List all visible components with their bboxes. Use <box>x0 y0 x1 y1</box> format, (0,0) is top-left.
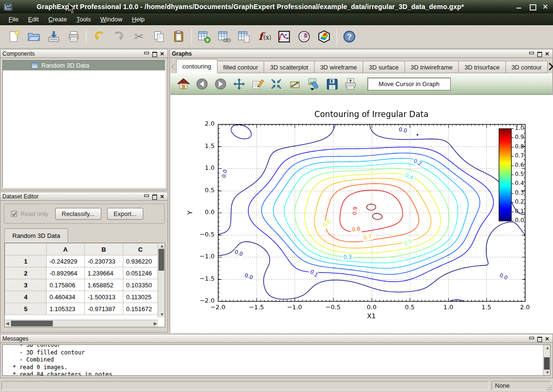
table-row[interactable]: 1-0.242929-0.2307330.936220 <box>5 255 158 267</box>
table-cell[interactable]: 0.103350 <box>123 279 158 291</box>
new-dataset-icon[interactable] <box>194 27 214 46</box>
new-graph-icon[interactable] <box>274 27 294 46</box>
style-picker-icon[interactable] <box>306 77 320 91</box>
table-cell[interactable]: -1.500313 <box>85 291 123 303</box>
new-file-icon[interactable] <box>4 27 24 46</box>
graph-tab-3d-triwireframe[interactable]: 3D triwireframe <box>405 61 459 73</box>
reclassify-button[interactable]: Reclassify... <box>55 208 101 220</box>
graph-tab-3d-scatterplot[interactable]: 3D scatterplot <box>264 61 314 73</box>
table-cell[interactable]: 1.658852 <box>85 279 123 291</box>
undo-icon[interactable] <box>89 27 109 46</box>
scrollbar-thumb[interactable] <box>158 249 164 271</box>
table-row[interactable]: 2-0.8929641.2396640.051246 <box>5 267 158 279</box>
tab-scroll-right-icon[interactable] <box>548 60 553 73</box>
open-file-icon[interactable] <box>24 27 44 46</box>
graph-tab-3d-contour[interactable]: 3D contour <box>506 61 548 73</box>
help-icon[interactable]: ? <box>339 27 359 46</box>
scrollbar-thumb[interactable] <box>544 357 550 370</box>
link-dataset-icon[interactable] <box>214 27 234 46</box>
cut-icon[interactable]: ✂ <box>129 27 149 46</box>
panel-maximize-icon[interactable] <box>537 336 542 341</box>
graph-tab-3d-trisurface[interactable]: 3D trisurface <box>459 61 506 73</box>
table-row[interactable]: 30.1758061.6588520.103350 <box>5 279 158 291</box>
panel-maximize-icon[interactable] <box>152 51 157 56</box>
menu-window[interactable]: Window <box>96 14 127 24</box>
read-only-checkbox[interactable] <box>11 211 17 217</box>
resize-grip[interactable] <box>546 385 552 391</box>
new-3d-graph-icon[interactable] <box>314 27 334 46</box>
new-function-icon[interactable]: f(x) <box>254 27 274 46</box>
print-icon[interactable] <box>64 27 84 46</box>
scroll-up-icon[interactable]: ▲ <box>160 244 164 248</box>
maximize-icon[interactable] <box>529 4 535 10</box>
panel-close-icon[interactable]: ✕ <box>545 336 550 341</box>
print-figure-icon[interactable] <box>343 77 357 91</box>
vertical-scrollbar[interactable]: ▲ ▼ <box>158 243 165 317</box>
redo-icon[interactable] <box>109 27 129 46</box>
panel-float-icon[interactable] <box>144 194 148 199</box>
scroll-up-icon[interactable]: ▲ <box>545 345 550 350</box>
tab-scroll-left-icon[interactable] <box>170 60 176 73</box>
copy-icon[interactable] <box>149 27 169 46</box>
table-cell[interactable]: 1.239664 <box>85 267 123 279</box>
column-header-A[interactable]: A <box>47 244 85 255</box>
column-header-row[interactable] <box>5 244 47 255</box>
scroll-left-icon[interactable]: ◀ <box>6 321 9 326</box>
scrollbar-thumb[interactable] <box>11 321 53 326</box>
menu-help[interactable]: Help <box>127 14 149 24</box>
edit-axes-icon[interactable] <box>250 77 265 91</box>
column-header-B[interactable]: B <box>85 244 123 255</box>
graph-tab-contouring[interactable]: contouring <box>176 59 217 73</box>
scroll-down-icon[interactable]: ▼ <box>545 370 550 375</box>
panel-maximize-icon[interactable] <box>152 194 157 199</box>
save-figure-icon[interactable] <box>325 77 339 91</box>
panel-close-icon[interactable]: ✕ <box>160 51 165 56</box>
table-row[interactable]: 51.105323-0.9713870.151672 <box>5 303 158 315</box>
zoom-dynamic-icon[interactable] <box>269 77 283 91</box>
table-cell[interactable]: -0.230733 <box>85 255 123 267</box>
table-cell[interactable]: 1.105323 <box>47 303 85 315</box>
menu-create[interactable]: Create <box>43 14 71 24</box>
panel-close-icon[interactable]: ✕ <box>160 194 165 199</box>
import-dataset-icon[interactable] <box>234 27 254 46</box>
dataset-table[interactable]: ABC1-0.242929-0.2307330.9362202-0.892964… <box>5 243 158 315</box>
dataset-tab[interactable]: Random 3D Data <box>4 228 68 243</box>
table-cell[interactable]: 0.460434 <box>47 291 85 303</box>
forward-icon[interactable] <box>213 77 227 91</box>
contour-plot-canvas[interactable] <box>170 95 553 333</box>
close-icon[interactable]: ✕ <box>543 4 548 10</box>
row-header[interactable]: 4 <box>5 291 47 303</box>
row-header[interactable]: 5 <box>5 303 47 315</box>
panel-float-icon[interactable] <box>529 51 533 56</box>
column-header-C[interactable]: C <box>123 244 158 255</box>
menu-file[interactable]: File <box>4 14 23 24</box>
table-cell[interactable]: 0.151672 <box>123 303 158 315</box>
table-cell[interactable]: -0.892964 <box>47 267 85 279</box>
pan-icon[interactable] <box>232 77 246 91</box>
table-cell[interactable]: 0.051246 <box>123 267 158 279</box>
row-header[interactable]: 1 <box>5 255 47 267</box>
table-cell[interactable]: -0.971387 <box>85 303 123 315</box>
back-icon[interactable] <box>195 77 209 91</box>
table-cell[interactable]: -0.242929 <box>47 255 85 267</box>
graph-tab-filled-contour[interactable]: filled contour <box>217 61 265 73</box>
menu-tools[interactable]: Tools <box>71 14 95 24</box>
table-row[interactable]: 40.460434-1.5003130.113025 <box>5 291 158 303</box>
zoom-rect-icon[interactable] <box>287 77 302 91</box>
messages-scrollbar[interactable]: ▲ ▼ <box>543 345 550 375</box>
graph-tab-3d-surface[interactable]: 3D surface <box>363 61 405 73</box>
horizontal-scrollbar[interactable]: ◀ ▶ <box>5 320 158 327</box>
table-cell[interactable]: 0.113025 <box>123 291 158 303</box>
minimize-icon[interactable] <box>516 4 522 10</box>
panel-close-icon[interactable]: ✕ <box>545 51 550 56</box>
row-header[interactable]: 2 <box>5 267 47 279</box>
export-button[interactable]: Export... <box>107 208 143 220</box>
row-header[interactable]: 3 <box>5 279 47 291</box>
home-icon[interactable] <box>176 77 190 91</box>
menu-edit[interactable]: Edit <box>23 14 43 24</box>
paste-icon[interactable] <box>169 27 189 46</box>
save-file-icon[interactable] <box>44 27 64 46</box>
panel-float-icon[interactable] <box>144 51 148 56</box>
panel-float-icon[interactable] <box>529 336 533 341</box>
panel-maximize-icon[interactable] <box>537 51 542 56</box>
